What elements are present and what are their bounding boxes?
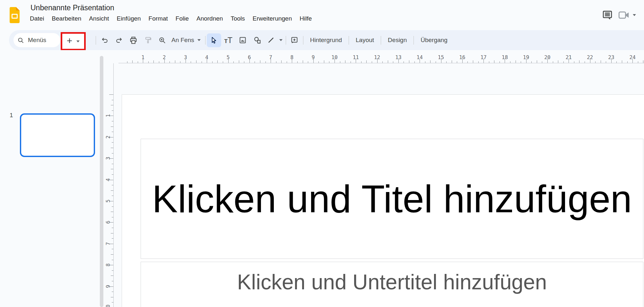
- ruler-tick: [196, 60, 196, 63]
- ruler-tick: [361, 61, 361, 63]
- layout-button[interactable]: Layout: [350, 34, 379, 47]
- ruler-tick: [324, 60, 324, 63]
- menu-ansicht[interactable]: Ansicht: [85, 13, 113, 23]
- ruler-tick: [153, 60, 154, 63]
- ruler-tick: [265, 61, 266, 63]
- horizontal-ruler: 123456789101112131415161718192021222324: [118, 50, 644, 63]
- insert-comment-button[interactable]: [287, 33, 302, 47]
- ruler-tick: [112, 270, 113, 271]
- menu-datei[interactable]: Datei: [26, 13, 48, 23]
- ruler-tick: [531, 61, 532, 63]
- ruler-tick: [500, 61, 500, 63]
- video-call-caret-icon[interactable]: [633, 14, 636, 16]
- zoom-level-select[interactable]: An Fens: [170, 37, 204, 44]
- ruler-tick: [542, 61, 542, 63]
- ruler-number: 6: [105, 221, 111, 224]
- paint-format-button[interactable]: [141, 33, 155, 47]
- filmstrip-resize-handle[interactable]: [100, 56, 103, 307]
- slide-number-label: 1: [10, 112, 13, 119]
- ruler-number: 22: [587, 54, 593, 60]
- title-placeholder-text: Klicken und Titel hinzufügen: [152, 177, 632, 221]
- menu-tools[interactable]: Tools: [227, 13, 248, 23]
- ruler-tick: [112, 110, 113, 111]
- slides-logo-icon[interactable]: [10, 7, 20, 23]
- ruler-tick: [111, 297, 113, 297]
- ruler-tick: [112, 153, 113, 154]
- menu-anordnen[interactable]: Anordnen: [193, 13, 227, 23]
- ruler-tick: [111, 233, 113, 233]
- menu-folie[interactable]: Folie: [172, 13, 193, 23]
- ruler-tick: [112, 249, 113, 249]
- print-button[interactable]: [126, 33, 141, 47]
- document-title[interactable]: Unbenannte Präsentation: [30, 4, 114, 12]
- ruler-tick: [112, 217, 113, 217]
- ruler-number: 21: [566, 54, 572, 60]
- text-box-button[interactable]: TT: [221, 33, 236, 47]
- ruler-tick: [601, 60, 601, 63]
- select-tool-button[interactable]: [207, 33, 221, 47]
- menu-einfuegen[interactable]: Einfügen: [113, 13, 145, 23]
- menu-hilfe[interactable]: Hilfe: [296, 13, 316, 23]
- ruler-number: 10: [331, 54, 337, 60]
- logo-fold: [16, 7, 20, 11]
- design-button[interactable]: Design: [382, 34, 412, 47]
- separator: [349, 36, 349, 45]
- ruler-tick: [574, 61, 574, 63]
- ruler-tick: [255, 61, 255, 63]
- ruler-tick: [112, 292, 113, 292]
- ruler-tick: [606, 61, 606, 63]
- ruler-number: 12: [374, 54, 380, 60]
- ruler-number: 2: [105, 136, 111, 139]
- new-slide-button-group[interactable]: +: [61, 32, 85, 50]
- search-icon: [17, 37, 24, 44]
- ruler-tick: [345, 60, 345, 63]
- ruler-tick: [303, 60, 303, 63]
- undo-button[interactable]: [97, 33, 112, 47]
- redo-button[interactable]: [112, 33, 126, 47]
- zoom-select-caret-icon: [197, 39, 201, 41]
- menu-format[interactable]: Format: [145, 13, 172, 23]
- join-video-call-icon[interactable]: [616, 8, 638, 22]
- separator: [286, 36, 286, 45]
- ruler-tick: [473, 60, 473, 63]
- ruler-number: 11: [353, 54, 359, 60]
- ruler-tick: [622, 60, 622, 63]
- ruler-tick: [452, 60, 452, 63]
- comment-history-icon[interactable]: [598, 8, 616, 22]
- new-slide-plus-icon[interactable]: +: [67, 36, 73, 46]
- menu-bearbeiten[interactable]: Bearbeiten: [48, 13, 85, 23]
- ruler-tick: [112, 185, 113, 185]
- zoom-in-button[interactable]: [155, 33, 170, 47]
- ruler-tick: [436, 61, 436, 63]
- line-tool-caret-icon[interactable]: [279, 39, 283, 41]
- ruler-tick: [112, 206, 113, 207]
- ruler-tick: [409, 60, 409, 63]
- insert-image-button[interactable]: [236, 33, 250, 47]
- slide-thumbnail-selected[interactable]: [20, 113, 95, 157]
- menu-erweiterungen[interactable]: Erweiterungen: [249, 13, 296, 23]
- vertical-ruler: 12345678910: [104, 63, 114, 307]
- ruler-tick: [553, 61, 553, 63]
- separator: [381, 36, 381, 45]
- ruler-tick: [393, 61, 393, 63]
- ruler-tick: [112, 132, 113, 132]
- subtitle-placeholder[interactable]: Klicken und Untertitel hinzufügen: [141, 262, 643, 307]
- ruler-number: 13: [395, 54, 401, 60]
- ruler-tick: [382, 61, 383, 63]
- ruler-tick: [175, 60, 175, 63]
- insert-shape-button[interactable]: [250, 33, 265, 47]
- ruler-tick: [191, 61, 191, 63]
- ruler-tick: [112, 196, 113, 196]
- new-slide-caret-icon[interactable]: [76, 40, 80, 42]
- insert-line-button[interactable]: [265, 33, 277, 47]
- background-button[interactable]: Hintergrund: [305, 34, 347, 47]
- transition-button[interactable]: Übergang: [415, 34, 453, 47]
- ruler-tick: [340, 61, 340, 63]
- ruler-number: 16: [459, 54, 465, 60]
- menus-search-button[interactable]: Menüs: [13, 33, 60, 47]
- ruler-number: 2: [163, 54, 166, 60]
- ruler-tick: [111, 127, 113, 127]
- ruler-tick: [537, 60, 537, 63]
- slide-filmstrip: 1: [0, 50, 100, 307]
- title-placeholder[interactable]: Klicken und Titel hinzufügen: [141, 139, 643, 259]
